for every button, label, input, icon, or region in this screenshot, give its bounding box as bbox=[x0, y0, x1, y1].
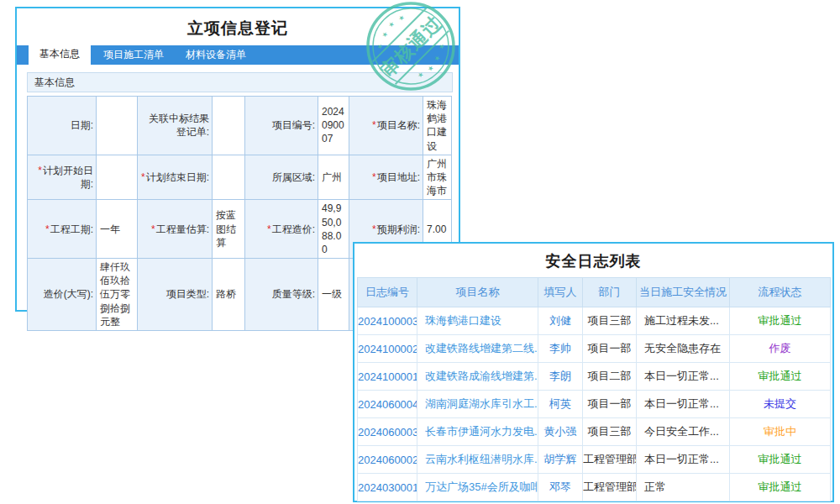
safety-log-panel: 安全日志列表 日志编号项目名称填写人部门当日施工安全情况流程状态 2024100… bbox=[353, 242, 834, 502]
required-asterisk: * bbox=[45, 223, 50, 235]
log-id-link[interactable]: 2024060002 bbox=[358, 446, 417, 474]
form-row: *计划开始日期:*计划结束日期:所属区域:广州*项目地址:广州市珠海市 bbox=[28, 155, 452, 200]
form-field-value: 一年 bbox=[97, 200, 138, 259]
form-field-value: 路桥 bbox=[213, 259, 245, 331]
log-list-title: 安全日志列表 bbox=[354, 251, 832, 271]
form-field-label-text: 计划开始日期: bbox=[43, 165, 93, 190]
log-id-link[interactable]: 2024100002 bbox=[358, 335, 417, 363]
project-name-link[interactable]: 湖南洞庭湖水库引水工... bbox=[417, 391, 538, 418]
required-asterisk: * bbox=[372, 223, 376, 235]
daily-safety-cell: 今日安全工作... bbox=[637, 418, 730, 446]
table-row: 2024060002云南水利枢纽潜明水库...胡学辉工程管理部本日一切正常...… bbox=[358, 446, 831, 474]
writer-link[interactable]: 胡学辉 bbox=[538, 446, 583, 474]
required-asterisk: * bbox=[141, 171, 145, 183]
form-field-label: *工程量估算: bbox=[138, 200, 213, 259]
form-field-label: 项目类型: bbox=[138, 259, 213, 331]
department-cell: 项目三部 bbox=[583, 307, 637, 335]
status-badge: 审批通过 bbox=[730, 446, 831, 474]
form-field-value: 2024090007 bbox=[318, 97, 349, 155]
status-badge: 作废 bbox=[730, 335, 831, 363]
form-field-value: 广州 bbox=[318, 155, 349, 200]
writer-link[interactable]: 黄小强 bbox=[538, 418, 583, 446]
form-field-label-text: 预期利润: bbox=[377, 223, 420, 235]
daily-safety-cell: 本日一切正常... bbox=[637, 446, 730, 474]
form-field-label-text: 造价(大写): bbox=[44, 288, 93, 300]
table-row: 2024060003长春市伊通河水力发电...黄小强项目三部今日安全工作...审… bbox=[358, 418, 831, 446]
department-cell: 工程管理部 bbox=[583, 474, 637, 501]
form-field-value bbox=[97, 97, 138, 155]
status-badge: 未提交 bbox=[730, 391, 831, 418]
form-field-label-text: 工程工期: bbox=[50, 223, 93, 235]
project-name-link[interactable]: 改建铁路成渝线增建第... bbox=[417, 363, 538, 391]
form-field-value bbox=[213, 155, 245, 200]
form-field-label: 所属区域: bbox=[245, 155, 318, 200]
project-name-link[interactable]: 珠海鹤港口建设 bbox=[417, 307, 538, 335]
department-cell: 工程管理部 bbox=[583, 446, 637, 474]
safety-log-table: 日志编号项目名称填写人部门当日施工安全情况流程状态 2024100003珠海鹤港… bbox=[357, 277, 831, 501]
form-field-label-text: 所属区域: bbox=[272, 171, 315, 183]
table-row: 2024030001万达广场35#会所及咖啡...邓琴工程管理部正常审批通过 bbox=[358, 474, 831, 501]
tab-material-equipment-list[interactable]: 材料设备清单 bbox=[175, 45, 257, 65]
daily-safety-cell: 本日一切正常... bbox=[637, 391, 730, 418]
writer-link[interactable]: 李朗 bbox=[538, 363, 583, 391]
form-field-label-text: 项目编号: bbox=[272, 119, 315, 131]
form-field-value bbox=[213, 97, 245, 155]
project-name-link[interactable]: 云南水利枢纽潜明水库... bbox=[417, 446, 538, 474]
required-asterisk: * bbox=[151, 223, 155, 235]
table-row: 2024100001改建铁路成渝线增建第...李朗项目二部本日一切正常...审批… bbox=[358, 363, 831, 391]
department-cell: 项目三部 bbox=[583, 418, 637, 446]
log-id-link[interactable]: 2024100003 bbox=[358, 307, 417, 335]
daily-safety-cell: 施工过程未发... bbox=[637, 307, 730, 335]
status-badge: 审批通过 bbox=[730, 474, 831, 501]
form-field-label-text: 日期: bbox=[71, 119, 93, 131]
daily-safety-cell: 无安全隐患存在 bbox=[637, 335, 730, 363]
table-row: 2024100002改建铁路线增建第二线...李帅项目一部无安全隐患存在作废 bbox=[358, 335, 831, 363]
form-field-label: *计划开始日期: bbox=[28, 155, 97, 200]
form-field-label: 造价(大写): bbox=[28, 259, 97, 331]
log-id-link[interactable]: 2024060004 bbox=[358, 391, 417, 418]
form-field-value bbox=[97, 155, 138, 200]
column-header-project-name: 项目名称 bbox=[417, 278, 538, 307]
department-cell: 项目一部 bbox=[583, 391, 637, 418]
daily-safety-cell: 正常 bbox=[637, 474, 730, 501]
form-field-label-text: 项目类型: bbox=[166, 288, 209, 300]
project-name-link[interactable]: 万达广场35#会所及咖啡... bbox=[417, 474, 538, 501]
column-header-department: 部门 bbox=[583, 278, 637, 307]
project-name-link[interactable]: 长春市伊通河水力发电... bbox=[417, 418, 538, 446]
form-field-label: 日期: bbox=[28, 97, 97, 155]
form-row: 日期:关联中标结果登记单:项目编号:2024090007*项目名称:珠海鹤港口建… bbox=[28, 97, 452, 155]
form-field-label: 关联中标结果登记单: bbox=[138, 97, 213, 155]
table-row: 2024100003珠海鹤港口建设刘健项目三部施工过程未发...审批通过 bbox=[358, 307, 831, 335]
form-field-value: 按蓝图结算 bbox=[213, 200, 245, 259]
page-title: 立项信息登记 bbox=[17, 18, 459, 39]
status-badge: 审批通过 bbox=[730, 363, 831, 391]
column-header-flow-status: 流程状态 bbox=[730, 278, 831, 307]
form-field-value: 广州市珠海市 bbox=[423, 155, 452, 200]
log-id-link[interactable]: 2024100001 bbox=[358, 363, 417, 391]
form-field-label-text: 关联中标结果登记单: bbox=[149, 113, 209, 138]
project-name-link[interactable]: 改建铁路线增建第二线... bbox=[417, 335, 538, 363]
required-asterisk: * bbox=[38, 165, 42, 176]
form-field-label-text: 项目地址: bbox=[377, 171, 420, 183]
form-field-label: *计划结束日期: bbox=[138, 155, 213, 200]
form-field-label: *项目地址: bbox=[349, 155, 423, 200]
tab-construction-list[interactable]: 项目施工清单 bbox=[92, 45, 175, 65]
form-field-label: *工程造价: bbox=[245, 200, 318, 259]
log-id-link[interactable]: 2024030001 bbox=[358, 474, 417, 501]
form-field-label-text: 工程造价: bbox=[272, 223, 315, 235]
tab-bar: 基本信息项目施工清单材料设备清单 bbox=[17, 45, 459, 65]
form-field-value: 肆仟玖佰玖拾伍万零捌拾捌元整 bbox=[97, 259, 138, 331]
writer-link[interactable]: 邓琴 bbox=[538, 474, 583, 501]
writer-link[interactable]: 柯英 bbox=[538, 391, 583, 418]
form-field-label: *项目名称: bbox=[349, 97, 423, 155]
writer-link[interactable]: 刘健 bbox=[538, 307, 583, 335]
form-field-label-text: 项目名称: bbox=[377, 119, 420, 131]
daily-safety-cell: 本日一切正常... bbox=[637, 363, 730, 391]
section-header-basic-info: 基本信息 bbox=[27, 72, 453, 92]
table-row: 2024060004湖南洞庭湖水库引水工...柯英项目一部本日一切正常...未提… bbox=[358, 391, 831, 418]
form-field-label: 质量等级: bbox=[245, 259, 318, 331]
log-id-link[interactable]: 2024060003 bbox=[358, 418, 417, 446]
tab-basic-info[interactable]: 基本信息 bbox=[29, 42, 91, 65]
column-header-log-id: 日志编号 bbox=[358, 278, 417, 307]
writer-link[interactable]: 李帅 bbox=[538, 335, 583, 363]
